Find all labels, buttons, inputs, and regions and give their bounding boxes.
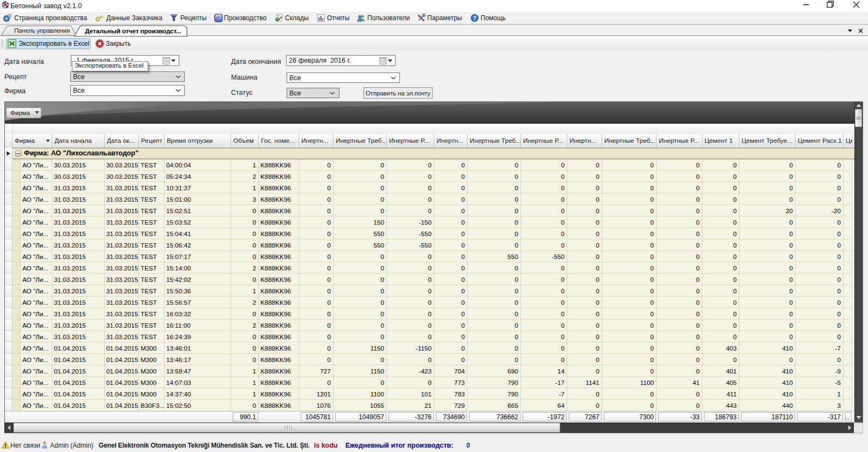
svg-text:?: ? (473, 15, 476, 21)
